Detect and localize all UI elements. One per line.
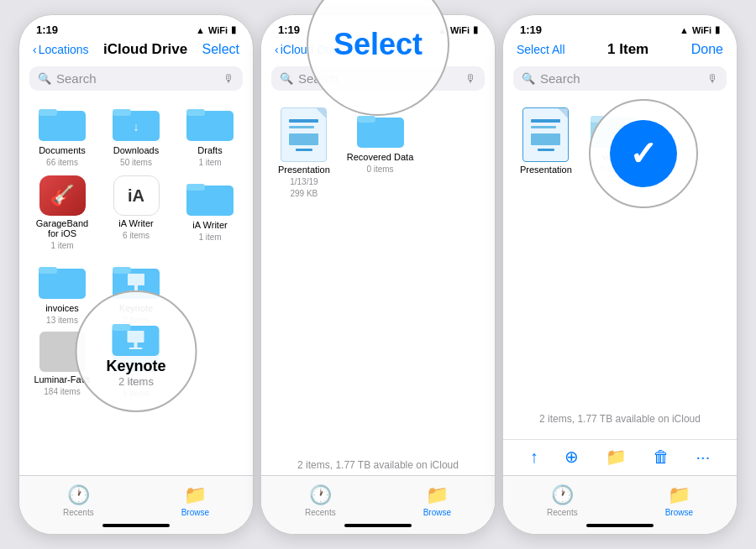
folder-documents[interactable]: Documents 66 items [29,101,95,167]
file-presentation[interactable]: Presentation 1/13/19 299 KB [278,107,330,198]
file-bars3 [526,114,565,156]
screen2-tab-browse[interactable]: 📁 Browse [423,484,451,517]
file-bar-1 [289,119,318,123]
folder-iawriter2-count: 1 item [198,233,221,242]
screen1-search-bar[interactable]: 🔍 Search 🎙 [29,66,243,91]
folder-iawriter2-icon [185,175,235,217]
folder-invoices-icon [37,259,87,301]
mic-icon: 🎙 [223,72,234,85]
screen3-status-icons: ▲ WiFi ▮ [680,24,720,35]
iawriter-app-icon: iA [113,175,160,216]
folder-luminar-count: 184 items [44,387,80,396]
screen1-time: 1:19 [36,24,58,36]
share-button[interactable]: ↑ [530,447,538,467]
screen3-tab-browse[interactable]: 📁 Browse [665,484,693,517]
wifi-icon3: WiFi [692,25,711,35]
presentation-file-icon [281,107,327,162]
chevron-left-icon2: ‹ [275,43,279,56]
mic-icon2: 🎙 [465,72,476,85]
folder-drafts[interactable]: Drafts 1 item [177,101,243,167]
screen3-presentation-icon [522,107,569,162]
signal-icon3: ▲ [680,25,689,35]
tab-browse[interactable]: 📁 Browse [181,484,209,517]
browse-icon: 📁 [184,484,207,506]
battery-icon: ▮ [231,24,236,35]
screen1-search-placeholder: Search [56,71,97,86]
folder-downloads[interactable]: ↓ Downloads 50 items [103,101,169,167]
wifi-icon: WiFi [208,25,228,35]
screen3-status-bar: 1:19 ▲ WiFi ▮ [503,15,737,39]
folder-recovered[interactable]: Recovered Data 0 items [347,107,414,198]
screen1-back-button[interactable]: ‹ Locations [33,43,89,56]
folder-downloads-name: Downloads [113,145,159,155]
more-button[interactable]: ··· [696,447,711,467]
browse-icon-s3: 📁 [668,484,690,506]
folder-iawriter1-name: iA Writer [118,218,153,228]
folder-invoices-name: invoices [45,303,79,313]
browse-icon3: 📁 [426,484,449,506]
folder-garageband-name: GarageBand for iOS [29,218,95,238]
folder-drafts-count: 1 item [198,158,221,167]
screen2-bottom-status: 2 items, 1.77 TB available on iCloud [261,459,495,471]
delete-button[interactable]: 🗑 [653,447,669,467]
keynote-callout-count: 2 items [118,375,154,388]
tab-recents-label: Recents [63,508,94,517]
screen1: 1:19 ▲ WiFi ▮ ‹ Locations iCloud Drive S… [18,14,254,535]
battery-icon2: ▮ [473,24,478,35]
new-folder-button[interactable]: 📁 [606,447,627,467]
folder-recovered-count: 0 items [366,165,393,174]
folder-garageband-count: 1 item [50,241,73,250]
screen3-search-bar[interactable]: 🔍 Search 🎙 [513,66,727,91]
folder-invoices[interactable]: invoices 13 items [29,259,95,325]
add-to-folder-button[interactable]: ⊕ [564,447,579,467]
mic-icon3: 🎙 [707,72,718,85]
screen1-title: iCloud Drive [103,41,187,58]
screen3-done-button[interactable]: Done [691,42,723,57]
screen3-time: 1:19 [520,24,542,36]
folder-documents-name: Documents [39,145,86,155]
file-presentation-name: Presentation [278,165,330,175]
screen3-action-bar: ↑ ⊕ 📁 🗑 ··· [503,439,737,473]
screen3-nav-bar: Select All 1 Item Done [503,39,737,63]
folder-iawriter-2[interactable]: iA Writer 1 item [177,175,243,250]
screen3-file-presentation[interactable]: Presentation [520,107,572,175]
screen1-status-icons: ▲ WiFi ▮ [196,24,236,35]
folder-iawriter-1[interactable]: iA iA Writer 6 items [103,175,169,250]
recents-icon: 🕐 [67,484,90,506]
svg-rect-12 [113,267,131,274]
screen3-tab-recents-label: Recents [547,508,578,517]
folder-garageband[interactable]: 🎸 GarageBand for iOS 1 item [29,175,95,250]
file-bars [284,114,323,156]
search-icon2: 🔍 [280,72,293,85]
screen3-tab-recents[interactable]: 🕐 Recents [547,484,578,517]
svg-rect-19 [113,324,131,331]
screen2-tab-browse-label: Browse [423,508,451,517]
screen2-time: 1:19 [278,24,300,36]
signal-icon: ▲ [196,25,205,35]
screenshots-container: 1:19 ▲ WiFi ▮ ‹ Locations iCloud Drive S… [10,6,746,543]
home-indicator3 [586,524,654,527]
screen2-tab-recents[interactable]: 🕐 Recents [305,484,336,517]
keynote-callout-label: Keynote [106,358,165,375]
svg-rect-3 [113,109,131,116]
screen3-check-callout: ✓ [589,99,698,208]
folder-drafts-name: Drafts [197,145,222,155]
chevron-left-icon: ‹ [33,43,37,56]
svg-rect-24 [357,116,375,123]
search-icon: 🔍 [38,72,51,85]
svg-rect-22 [129,348,143,349]
file-bar-3 [289,133,318,145]
folder-documents-icon [37,101,87,143]
screen3-tab-browse-label: Browse [665,508,693,517]
tab-recents[interactable]: 🕐 Recents [63,484,94,517]
screen3: ✓ 1:19 ▲ WiFi ▮ Select All 1 Item Done [502,14,738,535]
home-indicator2 [344,524,412,527]
battery-icon3: ▮ [715,24,720,35]
folder-drafts-icon [185,101,235,143]
file-bar-4 [296,149,312,151]
keynote-callout-icon [111,316,161,358]
svg-text:↓: ↓ [134,120,139,133]
screen3-select-all-button[interactable]: Select All [517,43,565,56]
screen1-select-button[interactable]: Select [202,42,239,57]
home-indicator [102,524,170,527]
